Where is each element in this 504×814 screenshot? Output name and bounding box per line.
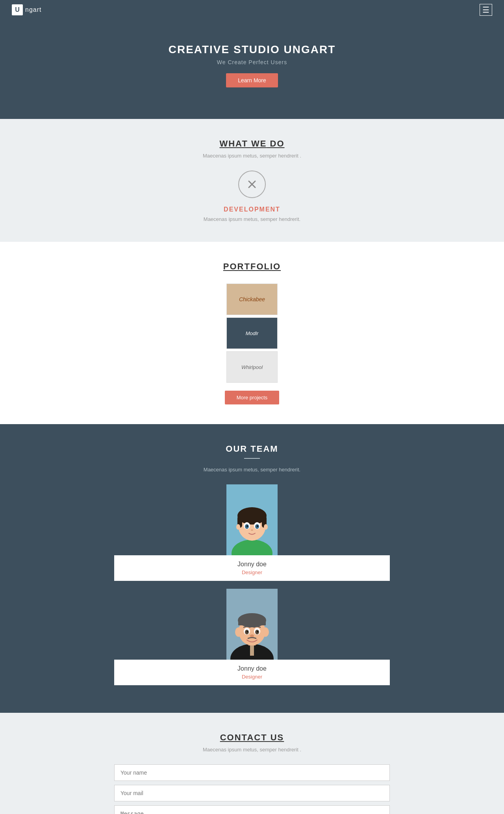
svg-point-13 [246,525,248,527]
contact-us-title: CONTACT US [8,732,496,743]
team-info-2: Jonny doe Designer [114,660,390,685]
dev-title: DEVELOPMENT [8,206,496,213]
portfolio-title: PORTFOLIO [8,261,496,272]
contact-us-section: CONTACT US Maecenas ipsum metus, semper … [0,713,504,814]
team-info-1: Jonny doe Designer [114,555,390,581]
team-member-2: Jonny doe Designer [114,589,390,685]
logo-text: ngart [25,6,41,13]
what-we-do-section: WHAT WE DO Maecenas ipsum metus, semper … [0,119,504,242]
navbar: U ngart ☰ [0,0,504,20]
navbar-logo: U ngart [12,4,41,15]
svg-rect-20 [250,644,254,656]
learn-more-button[interactable]: Learn More [226,73,278,87]
svg-point-31 [246,631,248,632]
team-role-2: Designer [122,674,382,680]
more-projects-button[interactable]: More projects [225,391,280,404]
title-underline [244,458,260,459]
dev-desc: Maecenas ipsum metus, semper hendrerit. [8,216,496,222]
hero-title: CREATIVE STUDIO UNGART [8,43,496,56]
portfolio-section: PORTFOLIO Chickabee Modlr Whirlpool More… [0,242,504,424]
hero-subtitle: We Create Perfect Users [8,59,496,65]
svg-point-15 [251,529,253,531]
wrench-icon [238,171,266,198]
logo-letter: U [15,6,20,13]
portfolio-item-3[interactable]: Whirlpool [226,351,278,383]
svg-point-17 [264,524,268,530]
contact-us-desc: Maecenas ipsum metus, semper hendrerit . [8,747,496,753]
message-input[interactable] [114,805,390,814]
hero-section: CREATIVE STUDIO UNGART We Create Perfect… [0,20,504,119]
what-we-do-title: WHAT WE DO [8,139,496,149]
logo-box: U [12,4,23,15]
portfolio-item-1[interactable]: Chickabee [226,284,278,315]
portfolio-item-2[interactable]: Modlr [226,317,278,349]
svg-point-14 [257,525,258,527]
svg-point-26 [262,627,269,637]
email-input[interactable] [114,785,390,801]
svg-point-25 [235,627,242,637]
our-team-section: OUR TEAM Maecenas ipsum metus, semper he… [0,424,504,713]
our-team-title: OUR TEAM [8,444,496,454]
portfolio-label-3: Whirlpool [241,364,263,370]
team-avatar-1 [226,484,278,555]
svg-point-16 [236,524,240,530]
our-team-desc: Maecenas ipsum metus, semper hendrerit. [8,467,496,473]
contact-form: Send message [114,764,390,814]
team-member-1: Jonny doe Designer [114,484,390,581]
svg-point-32 [257,631,258,632]
name-input[interactable] [114,764,390,781]
svg-rect-24 [238,619,266,625]
team-avatar-2 [226,589,278,660]
team-name-2: Jonny doe [122,665,382,672]
what-we-do-desc: Maecenas ipsum metus, semper hendrerit . [8,153,496,159]
team-name-1: Jonny doe [122,561,382,568]
team-role-1: Designer [122,569,382,575]
portfolio-items: Chickabee Modlr Whirlpool [8,284,496,383]
menu-icon[interactable]: ☰ [480,4,492,16]
portfolio-label-1: Chickabee [239,296,265,302]
portfolio-label-2: Modlr [246,330,259,336]
